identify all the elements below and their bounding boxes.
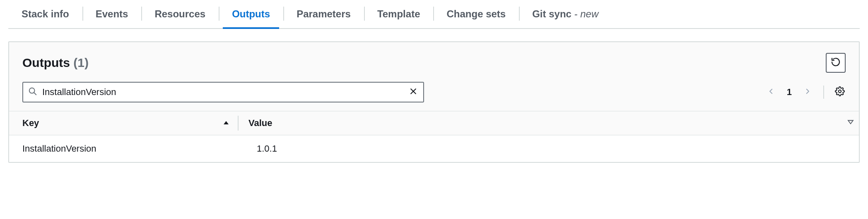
tab-resources[interactable]: Resources <box>141 2 219 28</box>
refresh-icon <box>831 57 841 69</box>
panel-title: Outputs (1) <box>22 56 89 70</box>
tab-label: Template <box>377 8 420 19</box>
prev-page-button[interactable] <box>765 86 777 98</box>
column-preferences-toggle[interactable] <box>847 119 854 128</box>
tab-label: Events <box>96 8 128 19</box>
next-page-button[interactable] <box>802 86 813 98</box>
clear-search-button[interactable] <box>408 87 418 97</box>
column-header-label: Value <box>248 118 272 129</box>
divider <box>823 86 824 99</box>
tab-change-sets[interactable]: Change sets <box>433 2 519 28</box>
outputs-panel: Outputs (1) <box>8 41 860 163</box>
tab-label: Stack info <box>22 8 69 19</box>
tab-new-suffix: - new <box>571 8 598 19</box>
tab-label: Parameters <box>297 8 351 19</box>
search-input[interactable] <box>37 87 408 98</box>
tab-git-sync[interactable]: Git sync - new <box>519 2 612 28</box>
sort-asc-icon <box>223 118 229 129</box>
cell-value: 1.0.1 <box>238 143 846 154</box>
tab-outputs[interactable]: Outputs <box>219 2 283 28</box>
tab-parameters[interactable]: Parameters <box>283 2 364 28</box>
svg-line-1 <box>34 92 36 95</box>
refresh-button[interactable] <box>826 53 846 73</box>
tab-label: Git sync <box>532 8 571 19</box>
panel-header: Outputs (1) <box>9 42 859 111</box>
chevron-left-icon <box>767 88 775 97</box>
panel-title-text: Outputs <box>22 56 70 69</box>
column-header-label: Key <box>22 118 39 129</box>
tab-template[interactable]: Template <box>364 2 434 28</box>
tab-label: Outputs <box>232 8 270 19</box>
tabs-bar: Stack info Events Resources Outputs Para… <box>8 2 860 29</box>
tab-stack-info[interactable]: Stack info <box>8 2 82 28</box>
svg-point-4 <box>839 90 841 92</box>
search-icon <box>28 87 37 98</box>
svg-marker-5 <box>224 121 229 124</box>
table-header-row: Key Value <box>9 111 859 136</box>
column-header-key[interactable]: Key <box>22 118 238 129</box>
close-icon <box>409 87 417 98</box>
gear-icon <box>835 86 845 98</box>
chevron-right-icon <box>804 88 811 97</box>
tab-label: Resources <box>154 8 205 19</box>
triangle-down-icon <box>847 119 854 127</box>
page-number: 1 <box>784 87 794 98</box>
cell-key: InstallationVersion <box>22 143 238 154</box>
search-input-wrapper[interactable] <box>22 82 424 102</box>
svg-marker-6 <box>848 121 853 124</box>
tab-events[interactable]: Events <box>82 2 142 28</box>
table-settings-button[interactable] <box>834 86 846 98</box>
panel-count: (1) <box>73 56 89 69</box>
column-header-value[interactable]: Value <box>239 118 846 129</box>
tab-label: Change sets <box>446 8 506 19</box>
pagination: 1 <box>765 86 846 99</box>
table-row: InstallationVersion 1.0.1 <box>9 136 859 162</box>
